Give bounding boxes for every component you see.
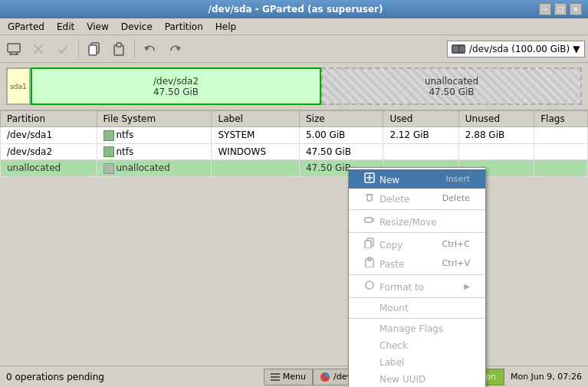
svg-rect-28 <box>271 379 280 381</box>
ctx-sep2 <box>349 232 485 233</box>
menu-help[interactable]: Help <box>211 20 241 34</box>
svg-rect-7 <box>89 45 97 55</box>
table-header-row: Partition File System Label Size Used Un… <box>1 111 588 127</box>
format-arrow: ▶ <box>464 282 470 290</box>
partition-table-container: Partition File System Label Size Used Un… <box>0 110 588 177</box>
minimize-button[interactable]: − <box>539 3 551 15</box>
ctx-new[interactable]: New Insert <box>349 169 485 189</box>
ctx-sep1 <box>349 209 485 210</box>
cell-label: SYSTEM <box>212 127 299 144</box>
table-row[interactable]: /dev/sda1 ntfs SYSTEM 5.00 GiB 2.12 GiB … <box>1 127 588 144</box>
menu-gparted[interactable]: GParted <box>3 20 49 34</box>
cell-used <box>383 143 458 160</box>
sda2-size: 47.50 GiB <box>153 87 199 97</box>
cell-used: 2.12 GiB <box>383 127 458 144</box>
cell-partition: /dev/sda2 <box>1 143 97 160</box>
unalloc-name: unallocated <box>425 76 478 87</box>
delete-icon <box>364 192 376 202</box>
cell-partition: /dev/sda1 <box>1 127 97 144</box>
operations-status: 0 operations pending <box>6 372 104 382</box>
svg-line-20 <box>373 220 374 221</box>
col-unused: Unused <box>458 111 534 127</box>
ctx-sep4 <box>349 297 485 298</box>
new-shortcut: Insert <box>445 174 470 184</box>
col-partition: Partition <box>1 111 97 127</box>
cell-unused: 2.88 GiB <box>458 127 534 144</box>
cell-label: WINDOWS <box>212 143 299 160</box>
ctx-label[interactable]: Label <box>349 354 485 371</box>
ctx-delete[interactable]: Delete Delete <box>349 189 485 208</box>
device-dropdown-icon: ▼ <box>573 44 580 54</box>
cell-filesystem: ntfs <box>97 143 212 160</box>
ctx-paste[interactable]: Paste Ctrl+V <box>349 254 485 273</box>
ctx-manage-flags[interactable]: Manage Flags <box>349 320 485 337</box>
copy-button[interactable] <box>84 38 105 60</box>
statusbar: 0 operations pending Menu /dev/sda - GPa… <box>0 366 588 387</box>
svg-rect-17 <box>367 195 372 201</box>
cell-flags <box>534 143 588 160</box>
datetime-text: Mon Jun 9, 07:26 <box>511 372 582 382</box>
delete-shortcut: Delete <box>442 193 470 203</box>
paste-button[interactable] <box>108 38 130 60</box>
cell-size: 5.00 GiB <box>299 127 383 144</box>
ctx-copy[interactable]: Copy Ctrl+C <box>349 234 485 254</box>
maximize-button[interactable]: □ <box>554 3 567 15</box>
ctx-format[interactable]: Format to ▶ <box>349 277 485 296</box>
table-row[interactable]: /dev/sda2 ntfs WINDOWS 47.50 GiB <box>1 143 588 160</box>
titlebar: /dev/sda - GParted (as superuser) − □ × <box>0 0 588 18</box>
cell-flags <box>534 127 588 144</box>
menu-view[interactable]: View <box>82 20 113 34</box>
ctx-resize[interactable]: Resize/Move <box>349 212 485 231</box>
disk-sda2-visual[interactable]: /dev/sda2 47.50 GiB <box>31 67 321 105</box>
ctx-check[interactable]: Check <box>349 337 485 354</box>
undo-button[interactable] <box>140 38 161 60</box>
redo-button[interactable] <box>164 38 186 60</box>
toolbar-sep2 <box>134 40 135 58</box>
col-label: Label <box>212 111 299 127</box>
cell-flags <box>534 160 588 177</box>
menu-icon <box>271 372 280 382</box>
ctx-mount[interactable]: Mount <box>349 300 485 316</box>
format-icon <box>364 280 376 290</box>
menu-partition[interactable]: Partition <box>160 20 208 34</box>
svg-rect-27 <box>271 376 280 378</box>
device-selector[interactable]: /dev/sda (100.00 GiB) ▼ <box>447 41 585 57</box>
disk-unalloc-visual[interactable]: unallocated 47.50 GiB <box>321 67 582 105</box>
menu-taskbar-button[interactable]: Menu <box>264 369 313 385</box>
paste-shortcut: Ctrl+V <box>442 258 470 268</box>
svg-rect-11 <box>453 46 458 52</box>
col-used: Used <box>383 111 458 127</box>
new-icon <box>364 172 376 183</box>
titlebar-title: /dev/sda - GParted (as superuser) <box>52 4 539 15</box>
menu-device[interactable]: Device <box>117 20 157 34</box>
context-menu: New Insert Delete Delete Resize/Move Cop… <box>348 167 486 387</box>
table-row[interactable]: unallocated unallocated 47.50 GiB --- --… <box>1 160 588 177</box>
cell-size: 47.50 GiB <box>299 143 383 160</box>
copy-shortcut: Ctrl+C <box>442 239 470 249</box>
device-label: /dev/sda (100.00 GiB) <box>469 44 570 54</box>
cancel-button[interactable] <box>28 38 49 60</box>
display-button[interactable] <box>3 38 25 60</box>
col-size: Size <box>299 111 383 127</box>
menu-label: Menu <box>283 372 306 382</box>
close-button[interactable]: × <box>570 3 582 15</box>
disk-sda1-visual[interactable]: sda1 <box>6 67 31 105</box>
ctx-sep3 <box>349 274 485 275</box>
unalloc-size: 47.50 GiB <box>429 87 474 97</box>
ctx-new-uuid[interactable]: New UUID <box>349 371 485 387</box>
svg-rect-22 <box>365 241 371 248</box>
svg-rect-24 <box>368 257 371 261</box>
copy-ctx-icon <box>364 238 376 248</box>
cell-label <box>212 160 299 177</box>
menu-edit[interactable]: Edit <box>52 20 79 34</box>
ctx-sep5 <box>349 318 485 319</box>
titlebar-controls: − □ × <box>539 3 582 15</box>
cell-partition: unallocated <box>1 160 97 177</box>
disk-visual: sda1 /dev/sda2 47.50 GiB unallocated 47.… <box>0 63 588 110</box>
svg-rect-0 <box>8 44 20 52</box>
statusbar-left: 0 operations pending <box>0 372 264 382</box>
apply-button[interactable] <box>52 38 74 60</box>
resize-icon <box>364 215 376 225</box>
cell-filesystem: unallocated <box>97 160 212 177</box>
gparted-icon <box>320 372 330 382</box>
